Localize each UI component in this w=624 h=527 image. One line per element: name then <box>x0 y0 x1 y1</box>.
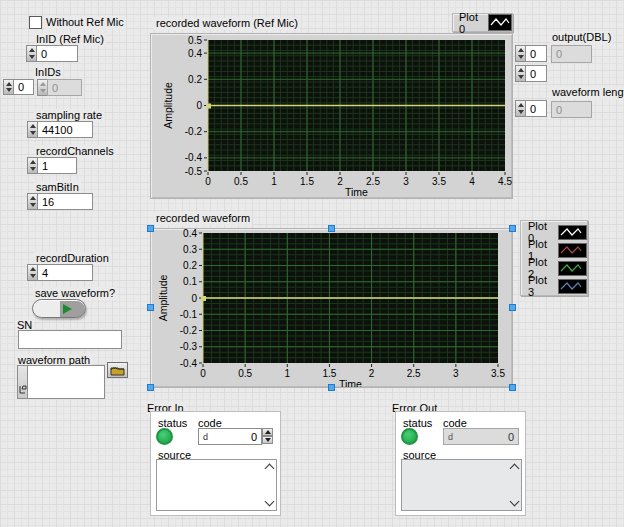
selection-handle[interactable] <box>147 225 154 232</box>
svg-text:0.2: 0.2 <box>183 260 197 271</box>
output-dbl-label: output(DBL) <box>550 31 613 44</box>
error-out-code-field: d 0 <box>443 428 519 445</box>
legend-row[interactable]: Plot 3 <box>521 277 587 295</box>
record-channels-field[interactable]: 1 <box>37 157 77 174</box>
error-in-cluster[interactable]: status code d 0 source <box>150 411 281 516</box>
waveform-graph[interactable]: 00.511.522.533.50.40.30.20.10-0.1-0.2-0.… <box>150 228 513 388</box>
error-in-status-led[interactable] <box>156 428 173 445</box>
waveform-length-element: 0 <box>551 101 592 118</box>
increment-decrement-icon[interactable] <box>515 45 525 62</box>
inids-index-field[interactable]: 0 <box>13 79 34 95</box>
selection-handle[interactable] <box>509 225 516 232</box>
error-in-source-box[interactable] <box>156 459 277 511</box>
chart1-title: recorded waveform (Ref Mic) <box>154 17 300 30</box>
error-out-cluster[interactable]: status code d 0 source <box>395 411 526 516</box>
svg-text:2.5: 2.5 <box>366 176 380 187</box>
radix-indicator: d <box>448 432 453 442</box>
inids-element-field: 0 <box>47 79 82 96</box>
svg-text:0.4: 0.4 <box>183 229 197 239</box>
output-dbl-index-row-field[interactable]: 0 <box>525 45 547 62</box>
svg-text:0.1: 0.1 <box>183 276 197 287</box>
waveform-plot-area: 00.511.522.533.544.50.50.40.20-0.2-0.4-0… <box>151 34 512 198</box>
increment-decrement-icon[interactable] <box>515 100 525 117</box>
waveform-length-index-field[interactable]: 0 <box>525 100 547 117</box>
legend-plot3-label: Plot 3 <box>528 274 555 298</box>
increment-decrement-icon[interactable] <box>27 264 37 281</box>
record-channels-control: 1 <box>27 157 77 174</box>
svg-text:4: 4 <box>469 176 475 187</box>
sn-input[interactable] <box>18 330 122 349</box>
without-ref-mic-checkbox[interactable] <box>29 16 42 29</box>
svg-text:1: 1 <box>285 368 291 379</box>
svg-text:Time: Time <box>339 378 362 387</box>
increment-decrement-icon[interactable] <box>27 157 37 174</box>
svg-text:0: 0 <box>200 368 206 379</box>
svg-text:-0.2: -0.2 <box>180 325 198 336</box>
output-dbl-element: 0 <box>551 45 592 63</box>
save-waveform-button[interactable] <box>32 299 86 318</box>
legend-plot0-label: Plot 0 <box>459 11 484 35</box>
output-dbl-index-col-field[interactable]: 0 <box>525 65 547 82</box>
record-duration-field[interactable]: 4 <box>37 264 93 281</box>
plot-line-icon <box>558 225 587 240</box>
scroll-up-icon[interactable] <box>265 464 275 474</box>
chart1-legend[interactable]: Plot 0 <box>452 13 513 32</box>
svg-text:2.5: 2.5 <box>407 368 421 379</box>
waveform-plot-area: 00.511.522.533.50.40.30.20.10-0.1-0.2-0.… <box>151 229 512 387</box>
error-in-code-spinner[interactable] <box>262 428 273 444</box>
svg-text:1.5: 1.5 <box>300 176 314 187</box>
increment-decrement-icon[interactable] <box>27 193 37 210</box>
scroll-down-icon[interactable] <box>265 497 275 507</box>
green-arrow-icon <box>63 304 72 314</box>
browse-folder-button[interactable] <box>107 362 128 378</box>
waveform-graph-ref-mic[interactable]: 00.511.522.533.544.50.50.40.20-0.2-0.4-0… <box>150 33 513 199</box>
selection-handle[interactable] <box>509 304 516 311</box>
svg-text:0.3: 0.3 <box>183 244 197 255</box>
svg-text:2: 2 <box>337 176 343 187</box>
chart2-legend[interactable]: Plot 0 Plot 1 Plot 2 Plot 3 <box>520 220 588 296</box>
svg-text:0: 0 <box>191 293 197 304</box>
svg-text:3.5: 3.5 <box>432 176 446 187</box>
svg-text:3: 3 <box>403 176 409 187</box>
chart2-title: recorded waveform <box>154 212 252 225</box>
radix-indicator: d <box>203 432 208 442</box>
increment-decrement-icon[interactable] <box>26 45 36 62</box>
selection-handle[interactable] <box>147 384 154 391</box>
output-dbl-index-row: 0 <box>515 45 547 62</box>
svg-text:3.5: 3.5 <box>491 368 505 379</box>
increment-decrement-icon[interactable] <box>3 79 13 95</box>
svg-text:-0.1: -0.1 <box>180 309 198 320</box>
scroll-up-icon[interactable] <box>510 464 520 474</box>
increment-decrement-icon[interactable] <box>27 121 37 138</box>
plot-line-icon <box>488 14 512 31</box>
error-in-code-field[interactable]: d 0 <box>198 428 262 445</box>
selection-handle[interactable] <box>509 384 516 391</box>
sampling-rate-field[interactable]: 44100 <box>37 121 93 138</box>
inids-index-control: 0 <box>3 79 34 95</box>
svg-text:1.5: 1.5 <box>322 368 336 379</box>
increment-decrement-icon[interactable] <box>515 65 525 82</box>
svg-text:0: 0 <box>205 176 211 187</box>
selection-handle[interactable] <box>328 384 335 391</box>
scroll-down-icon[interactable] <box>510 497 520 507</box>
waveform-path-input[interactable] <box>27 365 105 399</box>
svg-text:3: 3 <box>453 368 459 379</box>
svg-text:1: 1 <box>271 176 277 187</box>
svg-text:0: 0 <box>196 100 202 111</box>
svg-text:Amplitude: Amplitude <box>157 275 169 322</box>
svg-text:0.4: 0.4 <box>188 48 202 59</box>
svg-text:2: 2 <box>369 368 375 379</box>
svg-text:-0.4: -0.4 <box>180 358 198 369</box>
inids-element-control: 0 <box>37 79 82 96</box>
waveform-length-index: 0 <box>515 100 547 117</box>
sam-bit-in-field[interactable]: 16 <box>37 193 93 210</box>
inid-ref-mic-field[interactable]: 0 <box>36 45 78 62</box>
svg-text:0.5: 0.5 <box>234 176 248 187</box>
svg-text:Time: Time <box>345 186 368 198</box>
folder-icon <box>110 365 125 376</box>
selection-handle[interactable] <box>328 225 335 232</box>
output-dbl-index-col: 0 <box>515 65 547 82</box>
selection-handle[interactable] <box>147 304 154 311</box>
svg-text:0.5: 0.5 <box>238 368 252 379</box>
waveform-length-label: waveform length <box>550 86 624 99</box>
